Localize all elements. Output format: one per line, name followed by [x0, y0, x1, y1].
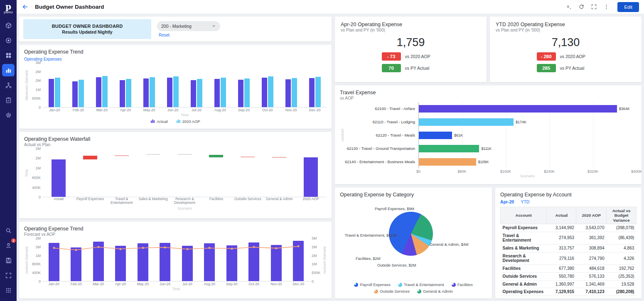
aop-bar[interactable]: [126, 79, 131, 107]
table-row[interactable]: Operating Expenses7,129,9157,410,123(280…: [501, 288, 637, 296]
sidebar-item-grid[interactable]: [2, 49, 15, 61]
operating-expense-waterfall-chart: Time2M2M1M800K400K0ActualPayroll Expense…: [24, 149, 327, 211]
aop-bar[interactable]: [315, 77, 321, 107]
waterfall-bar[interactable]: [83, 156, 97, 159]
operating-expenses-link[interactable]: Operating Expenses: [24, 57, 62, 61]
account-cell: Operating Expenses: [501, 288, 547, 296]
travel-bar[interactable]: [419, 105, 617, 113]
line-point[interactable]: [97, 246, 99, 248]
sidebar-item-apps[interactable]: [2, 284, 15, 296]
tab-apr-20[interactable]: Apr-20: [500, 199, 514, 205]
line-point[interactable]: [253, 246, 255, 248]
travel-bar[interactable]: [419, 145, 479, 152]
sidebar-item-target[interactable]: [2, 34, 15, 46]
line-point[interactable]: [186, 248, 188, 250]
sidebar-item-gear[interactable]: [2, 109, 15, 121]
sidebar-item-cube[interactable]: [2, 19, 15, 32]
table-row[interactable]: Facilities677,380484,618192,762: [501, 265, 637, 273]
aop-bar[interactable]: [244, 78, 250, 107]
sidebar-item-hierarchy[interactable]: [2, 79, 15, 91]
line-point[interactable]: [142, 247, 144, 249]
y-tick-label: 3M: [312, 236, 317, 240]
line-point[interactable]: [120, 248, 122, 250]
aop-bar[interactable]: [55, 78, 60, 107]
sidebar-item-expand[interactable]: [2, 269, 15, 281]
back-arrow-icon[interactable]: [22, 3, 30, 11]
sidebar-nav-bottom: 2: [2, 223, 15, 298]
waterfall-bar[interactable]: [272, 157, 286, 158]
sidebar-item-search[interactable]: [2, 224, 15, 237]
aop-bar[interactable]: [173, 76, 179, 107]
aop-bar[interactable]: [221, 78, 226, 107]
line-point[interactable]: [231, 247, 233, 250]
travel-bar[interactable]: [419, 132, 452, 139]
waterfall-bar[interactable]: [304, 157, 318, 197]
table-row[interactable]: Sales & Marketing313,757308,8944,863: [501, 244, 637, 252]
actual-bar[interactable]: [72, 81, 78, 107]
kebab-icon[interactable]: [601, 2, 612, 12]
actual-bar[interactable]: [262, 78, 267, 107]
aop-bar[interactable]: [150, 77, 155, 107]
refresh-icon[interactable]: [576, 2, 587, 12]
planful-logo[interactable]: p planful: [4, 2, 13, 14]
table-row[interactable]: Travel & Entertainment274,953361,392(86,…: [501, 232, 637, 244]
line-point[interactable]: [275, 247, 277, 249]
variables-icon[interactable]: Xs: [563, 2, 574, 12]
actual-bar[interactable]: [120, 80, 125, 107]
waterfall-bar[interactable]: [209, 155, 223, 157]
actual-bar[interactable]: [238, 80, 243, 107]
travel-bar[interactable]: [419, 158, 476, 166]
legend-item[interactable]: Facilities: [452, 282, 473, 287]
account-label: 62100 - Travel - Airfare: [344, 107, 418, 111]
variance-label: vs PY Actual: [405, 66, 440, 71]
sidebar-item-user[interactable]: 2: [2, 239, 15, 252]
actual-bar[interactable]: [96, 77, 101, 107]
waterfall-bar[interactable]: [52, 159, 66, 197]
edit-button[interactable]: Edit: [617, 2, 639, 12]
legend-item[interactable]: Actual: [150, 117, 167, 125]
legend-item[interactable]: General & Admin: [417, 289, 453, 294]
sidebar-item-bar-chart[interactable]: [2, 64, 15, 76]
fullscreen-icon[interactable]: [588, 2, 599, 12]
waterfall-bar[interactable]: [115, 155, 129, 156]
value-cell: (280,208): [607, 288, 637, 296]
aop-bar[interactable]: [197, 79, 202, 107]
line-point[interactable]: [164, 246, 166, 248]
sidebar-item-save[interactable]: [2, 254, 15, 267]
aop-bar[interactable]: [79, 80, 84, 107]
actual-bar[interactable]: [143, 78, 149, 107]
line-point[interactable]: [209, 247, 211, 249]
legend-item[interactable]: Outside Services: [374, 289, 410, 294]
department-dropdown[interactable]: 200 - Marketing: [157, 21, 220, 31]
aop-bar[interactable]: [102, 76, 108, 107]
table-row[interactable]: Payroll Expenses3,144,9923,543,070(398,0…: [501, 224, 637, 232]
tab-ytd[interactable]: YTD: [521, 199, 529, 205]
waterfall-bar[interactable]: [178, 154, 192, 155]
actual-bar[interactable]: [309, 78, 315, 107]
actual-bar[interactable]: [167, 78, 172, 107]
line-point[interactable]: [297, 245, 300, 247]
reset-link[interactable]: Reset: [159, 33, 220, 37]
kpi-badge-row: - 73 vs 2020 AOP: [341, 52, 481, 61]
actual-bar[interactable]: [49, 79, 54, 107]
legend-item[interactable]: 2020 AOP: [176, 117, 200, 125]
travel-bar[interactable]: [419, 118, 514, 126]
x-tick-label: $160K: [500, 169, 511, 174]
actual-bar[interactable]: [214, 79, 220, 107]
aop-bar[interactable]: [268, 76, 273, 107]
actual-bar[interactable]: [285, 79, 291, 107]
account-label: 62130 - Travel - Ground Transportation: [344, 147, 418, 151]
waterfall-bar[interactable]: [146, 154, 160, 155]
line-point[interactable]: [53, 247, 55, 249]
table-row[interactable]: Outside Services550,780576,133(25,353): [501, 272, 637, 280]
legend-item[interactable]: Travel & Entertainment: [398, 282, 444, 287]
table-row[interactable]: General & Admin1,360,9971,341,46919,528: [501, 280, 637, 288]
actual-bar[interactable]: [191, 80, 196, 107]
legend-item[interactable]: Payroll Expenses: [354, 282, 390, 287]
sidebar-item-clipboard-check[interactable]: [2, 94, 15, 106]
table-row[interactable]: Research & Development279,116274,7904,32…: [501, 252, 637, 264]
aop-bar[interactable]: [292, 78, 297, 107]
line-point[interactable]: [75, 249, 77, 251]
value-cell: 192,762: [607, 265, 637, 273]
waterfall-bar[interactable]: [241, 157, 255, 157]
